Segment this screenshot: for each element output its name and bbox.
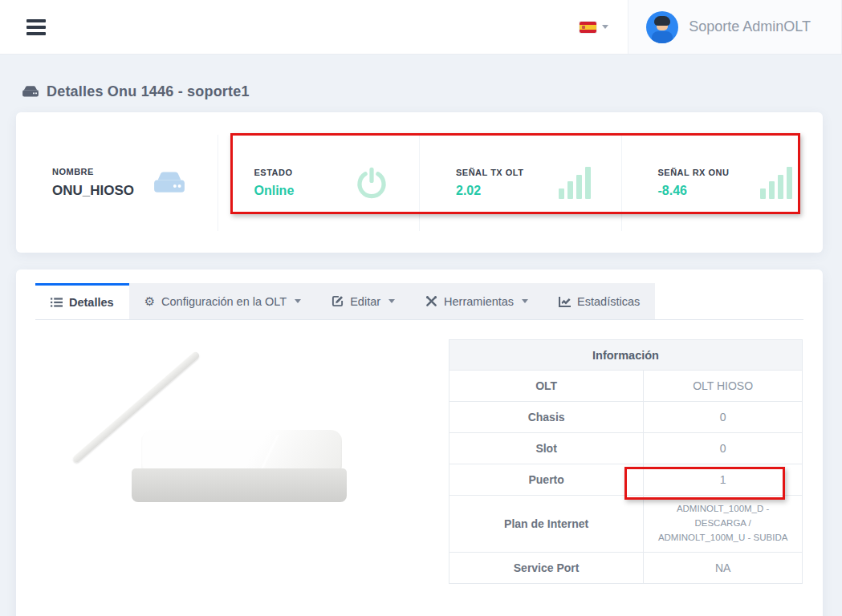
row-value: NA [644,553,803,584]
stat-senal-rx-value: -8.46 [658,184,730,198]
stat-estado-label: ESTADO [254,168,295,177]
tab-label: Herramientas [444,295,514,308]
user-name: Soporte AdminOLT [689,18,811,35]
row-value: 0 [644,402,803,433]
chevron-down-icon [602,25,608,29]
page-title-text: Detalles Onu 1446 - soporte1 [47,83,250,100]
tab-editar[interactable]: Editar [316,283,410,319]
row-value: ADMINOLT_100M_D - DESCARGA / ADMINOLT_10… [644,496,803,553]
user-menu[interactable]: Soporte AdminOLT [628,0,842,54]
stat-nombre-label: NOMBRE [52,167,134,176]
row-value: OLT HIOSO [644,371,803,402]
details-content: Información OLT OLT HIOSO Chasis 0 Slot … [35,320,803,584]
row-value: 0 [644,433,803,464]
table-row-chasis: Chasis 0 [449,402,803,433]
table-header-row: Información [449,340,803,371]
hamburger-menu-icon[interactable] [26,16,46,38]
table-row-slot: Slot 0 [449,433,803,464]
language-dropdown[interactable] [560,22,628,33]
row-label: Plan de Internet [449,496,644,553]
row-label: Chasis [449,402,644,433]
signal-bars-icon [760,167,792,199]
tab-label: Configuración en la OLT [161,295,287,308]
chevron-down-icon [388,299,395,303]
tab-strip-filler [655,283,803,319]
stat-senal-tx-label: SEÑAL TX OLT [456,168,523,177]
stat-nombre-value: ONU_HIOSO [52,183,134,199]
stat-senal-rx-onu: SEÑAL RX ONU -8.46 [621,135,824,231]
onu-details-card: Detalles ⚙ Configuración en la OLT Edita… [16,270,823,616]
chevron-down-icon [522,299,528,303]
row-label: Slot [449,433,644,464]
chevron-down-icon [295,299,301,303]
stat-estado: ESTADO Online [218,135,420,231]
navbar-right: Soporte AdminOLT [560,0,842,54]
avatar [646,11,678,43]
tools-icon [425,295,437,307]
tab-label: Editar [350,295,380,308]
stat-nombre: NOMBRE ONU_HIOSO [16,135,218,231]
tab-herramientas[interactable]: Herramientas [410,283,543,319]
stat-estado-value: Online [254,184,295,198]
stat-senal-rx-label: SEÑAL RX ONU [658,168,730,177]
table-row-plan-internet: Plan de Internet ADMINOLT_100M_D - DESCA… [449,496,803,553]
tab-label: Estadísticas [577,295,640,308]
row-label: Puerto [449,464,644,496]
signal-bars-icon [559,167,591,199]
list-icon [51,297,63,308]
power-icon [355,166,388,200]
table-row-service-port: Service Port NA [449,553,803,584]
tab-detalles[interactable]: Detalles [35,283,129,319]
onu-product-image [132,346,372,502]
top-navbar: Soporte AdminOLT [0,0,842,55]
spain-flag-icon [580,22,596,33]
stat-senal-tx-olt: SEÑAL TX OLT 2.02 [419,135,621,231]
page: Soporte AdminOLT Detalles Onu 1446 - sop… [0,0,842,616]
onu-device-icon [22,85,39,99]
stat-senal-tx-value: 2.02 [456,184,523,198]
page-title: Detalles Onu 1446 - soporte1 [22,83,842,100]
gear-icon: ⚙ [144,295,155,307]
row-label: Service Port [449,553,644,584]
table-header: Información [449,340,803,371]
router-body-front [132,468,347,502]
table-row-olt: OLT OLT HIOSO [449,371,803,402]
tab-estadisticas[interactable]: Estadísticas [543,283,655,319]
onu-device-icon [152,168,187,197]
row-value-highlighted: 1 [644,464,803,496]
tab-strip: Detalles ⚙ Configuración en la OLT Edita… [35,283,803,320]
chart-icon [559,295,571,307]
informacion-table: Información OLT OLT HIOSO Chasis 0 Slot … [449,339,803,584]
onu-status-card: NOMBRE ONU_HIOSO ESTADO Online SEÑAL [16,112,823,253]
edit-icon [332,295,344,307]
row-label: OLT [449,371,644,402]
tab-label: Detalles [69,296,114,309]
table-row-puerto: Puerto 1 [449,464,803,496]
tab-configuracion-olt[interactable]: ⚙ Configuración en la OLT [129,283,317,319]
